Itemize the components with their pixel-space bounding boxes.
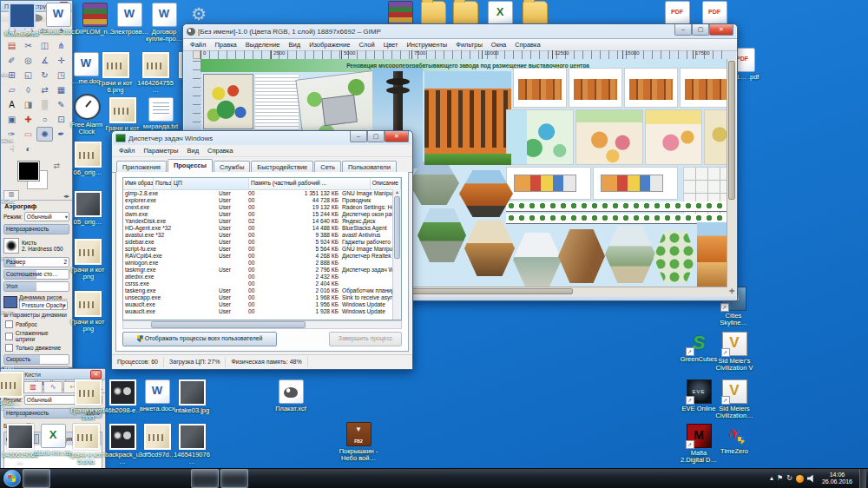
process-row-wuauclt.exe[interactable]: wuauclt.exe User 00 1 928 КБ Windows Upd…	[123, 308, 401, 315]
menu-item[interactable]: Выделение	[241, 39, 285, 50]
column-header[interactable]: Имя образа	[123, 178, 154, 189]
process-row-cnext.exe[interactable]: cnext.exe User 00 19 132 КБ Radeon Setti…	[123, 204, 401, 211]
menu-item[interactable]: Справка	[203, 145, 237, 156]
taskbar-item-yandex[interactable]	[52, 470, 78, 487]
desktop-icon-img[interactable]: 1460…	[0, 372, 30, 406]
desktop-icon-word[interactable]: Резюме.docx	[38, 3, 78, 36]
menu-item[interactable]: Цвет	[379, 39, 403, 50]
process-row-csrss.exe[interactable]: csrss.exe 00 2 404 КБ	[123, 280, 401, 287]
process-row-taskmgr.exe[interactable]: taskmgr.exe User 00 2 796 КБ Диспетчер з…	[123, 267, 401, 274]
tool-zoom[interactable]: ◎	[20, 53, 36, 68]
antivirus-tray-icon[interactable]	[796, 475, 804, 483]
foreground-color-swatch[interactable]	[18, 162, 39, 181]
tab[interactable]: Приложения	[116, 161, 167, 172]
taskbar-item-taskmgr[interactable]	[220, 469, 248, 488]
menu-item[interactable]: Фильтры	[451, 39, 487, 50]
tool-measure[interactable]: ∡	[36, 53, 53, 68]
end-process-button[interactable]: Завершить процесс	[329, 332, 402, 346]
menu-item[interactable]: Вид	[285, 39, 306, 50]
tool-crop[interactable]: ◱	[20, 68, 36, 82]
menu-item[interactable]: Инструменты	[402, 39, 451, 50]
tool-dodge-burn[interactable]: ◐	[20, 142, 36, 156]
tab[interactable]: Быстродействие	[251, 161, 313, 172]
start-button[interactable]	[3, 470, 21, 487]
mode-dropdown[interactable]: Обычный	[24, 212, 69, 221]
process-row-explorer.exe[interactable]: explorer.exe User 00 44 728 КБ Проводник	[123, 197, 401, 204]
tab[interactable]: Сеть	[314, 161, 341, 172]
menu-item[interactable]: Файл	[186, 39, 210, 50]
desktop-icon-img[interactable]: Грачи и кот .png	[68, 239, 108, 280]
dynamics-value[interactable]: Pressure Opacity	[19, 300, 68, 310]
process-row-gimp-2.8.exe[interactable]: gimp-2.8.exe User 00 1 351 132 КБ GNU Im…	[123, 190, 401, 197]
tool-scissors-select[interactable]: ✂	[20, 38, 36, 53]
tab[interactable]: Службы	[214, 161, 250, 172]
taskbar-item-bsplayer[interactable]	[135, 470, 161, 487]
angle-slider[interactable]: Угол	[3, 281, 69, 292]
menu-item[interactable]: Параметры	[139, 145, 182, 156]
tool-airbrush[interactable]: ✺	[36, 127, 53, 142]
checkbox[interactable]	[5, 344, 13, 352]
tool-foreground-select[interactable]: ◫	[36, 38, 53, 53]
swap-colors-icon[interactable]: ⇄	[53, 162, 60, 170]
desktop-icon-imgdark[interactable]: intake03.jpg	[172, 379, 212, 414]
show-desktop-button[interactable]	[859, 469, 866, 488]
process-row-winlogon.exe[interactable]: winlogon.exe 00 2 888 КБ	[123, 260, 401, 267]
taskbar-item-firefox[interactable]	[163, 470, 189, 487]
desktop-icon-img[interactable]: Грачи и кот .png	[68, 291, 108, 333]
desktop-icon-imgdark[interactable]: 1465419076…	[172, 424, 212, 465]
gimp-titlebar[interactable]: [Без имени]-1.0 (Цвета RGB, 1 слой) 1889…	[183, 24, 737, 38]
checkbox-row[interactable]: Сглаженные штрихи	[1, 329, 72, 343]
desktop-icon-eve[interactable]: EVE Online	[679, 379, 719, 412]
process-row-HD-Agent.exe *32[interactable]: HD-Agent.exe *32 User 00 14 488 КБ BlueS…	[123, 225, 401, 232]
horizontal-scrollbar[interactable]	[122, 320, 402, 329]
checkbox-row[interactable]: Только движение	[1, 343, 72, 353]
paths-tab[interactable]: ∿	[43, 381, 62, 392]
desktop-icon-wilber[interactable]: Плакат.xcf	[271, 379, 311, 412]
process-row-wuauclt.exe[interactable]: wuauclt.exe User 00 1 956 КБ Windows Upd…	[123, 301, 401, 308]
opacity-slider[interactable]: Непрозрачность	[3, 224, 69, 234]
column-header[interactable]: ЦП	[172, 178, 249, 189]
tool-clone[interactable]: ▣	[3, 112, 20, 127]
maximize-button[interactable]: ▢	[367, 131, 385, 142]
tool-color-picker[interactable]: ✐	[3, 53, 20, 68]
checkbox[interactable]	[5, 320, 13, 328]
menu-item[interactable]: Правка	[210, 39, 240, 50]
size-slider[interactable]: Размер 2	[3, 257, 69, 267]
process-row-taskeng.exe[interactable]: taskeng.exe User 00 2 016 КБ Обработчик …	[123, 287, 401, 294]
column-header[interactable]: Описание	[371, 178, 401, 189]
menu-item[interactable]: Окна	[487, 39, 510, 50]
tool-select-by-color[interactable]: ▤	[3, 38, 20, 53]
process-row-RAVCpl64.exe[interactable]: RAVCpl64.exe User 00 4 268 КБ Диспетчер …	[123, 253, 401, 260]
taskbar-item-chrome[interactable]	[108, 470, 134, 487]
checkbox[interactable]	[5, 333, 13, 340]
desktop-icon-imgdark[interactable]: 05_orig…	[68, 191, 108, 226]
minimize-button[interactable]: –	[350, 131, 367, 142]
tool-blur-sharpen[interactable]: ○	[36, 112, 53, 127]
process-row-unsecapp.exe[interactable]: unsecapp.exe User 00 1 968 КБ Sink to re…	[123, 294, 401, 301]
desktop-icon-clock[interactable]: Free Alarm Clock	[67, 94, 107, 135]
desktop-icon-img[interactable]: 1464264755…	[135, 52, 175, 94]
minimize-button[interactable]: –	[674, 24, 692, 36]
sync-icon[interactable]: ↻	[786, 470, 792, 487]
tool-eraser[interactable]: ▭	[20, 127, 36, 142]
desktop-icon-green[interactable]: GreenCubes	[679, 332, 719, 363]
tool-paths[interactable]: ⋔	[53, 38, 69, 53]
vertical-scrollbar[interactable]	[727, 59, 736, 287]
menu-item[interactable]: Файл	[115, 145, 139, 156]
desktop-icon-timezero[interactable]: TimeZero	[714, 424, 754, 455]
tool-bucket-fill[interactable]: ◨	[20, 97, 36, 112]
taskbar-item-gimp[interactable]	[191, 469, 219, 488]
desktop-icon-civ[interactable]: Sid Meier's Civilization V	[714, 332, 754, 372]
desktop-icon-civ[interactable]: Sid Meiers Civilization…	[714, 379, 754, 419]
menu-item[interactable]: Слой	[354, 39, 378, 50]
rate-slider[interactable]: Скорость	[3, 354, 69, 365]
desktop-icon-img[interactable]: Грачи и кот	[102, 97, 142, 132]
desktop-icon-txt[interactable]: миранда.txt	[141, 97, 181, 130]
tool-text[interactable]: A	[3, 97, 20, 112]
checkbox-row[interactable]: Разброс	[1, 320, 72, 329]
action-center-flag-icon[interactable]: ⚑	[777, 470, 783, 487]
desktop-icon-computer[interactable]: Компьютер	[2, 3, 42, 37]
close-icon[interactable]: ✕	[90, 370, 102, 379]
process-row-avastui.exe *32[interactable]: avastui.exe *32 User 00 9 388 КБ avast! …	[123, 232, 401, 239]
desktop-icon-mafia[interactable]: Mafia 2.Digital D…	[679, 424, 719, 464]
